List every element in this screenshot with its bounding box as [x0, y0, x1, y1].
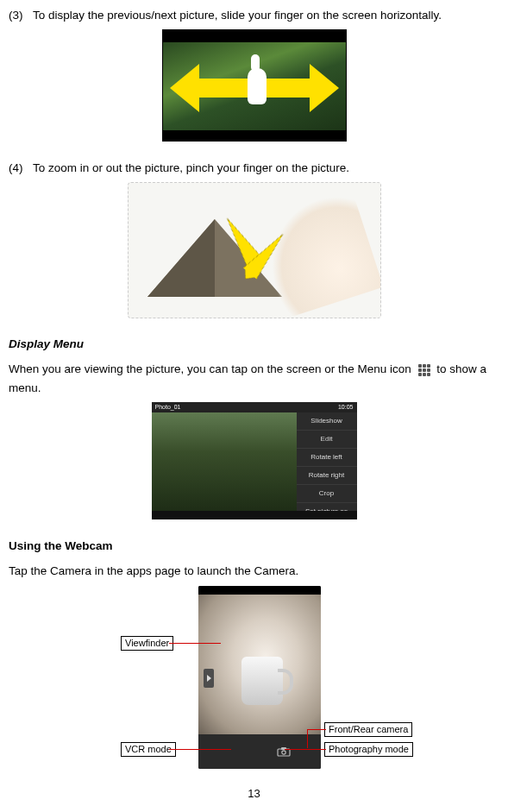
display-menu-text-a: When you are viewing the picture, you ca…: [9, 362, 411, 375]
step-text: To display the previous/next picture, sl…: [33, 7, 499, 24]
popup-menu: Slideshow Edit Rotate left Rotate right …: [297, 412, 357, 511]
instruction-step-3: (3) To display the previous/next picture…: [9, 7, 499, 24]
camera-controls: [198, 734, 321, 769]
menu-item[interactable]: Edit: [297, 431, 357, 449]
svg-point-1: [282, 750, 285, 753]
callout-line: [285, 749, 326, 750]
menu-item[interactable]: Rotate left: [297, 449, 357, 467]
expand-handle-icon[interactable]: [204, 669, 214, 688]
webcam-heading: Using the Webcam: [9, 538, 499, 555]
step-number: (3): [9, 7, 33, 24]
callout-line: [169, 643, 221, 644]
menu-item[interactable]: Rotate right: [297, 467, 357, 485]
photography-mode-icon[interactable]: [273, 741, 294, 762]
topbar-clock: 10:05: [338, 403, 354, 412]
figure-pinch: [9, 182, 499, 324]
menu-icon: [418, 364, 430, 376]
menu-item[interactable]: Slideshow: [297, 412, 357, 431]
display-menu-heading: Display Menu: [9, 336, 499, 353]
figure-display-menu: Photo_01 10:05 Slideshow Edit Rotate lef…: [9, 402, 499, 525]
topbar-title: Photo_01: [155, 403, 181, 412]
callout-viewfinder: Viewfinder: [121, 636, 173, 651]
step-number: (4): [9, 160, 33, 177]
figure-swipe: [9, 29, 499, 147]
camera-viewfinder[interactable]: [198, 595, 321, 734]
callout-vcr-mode: VCR mode: [121, 742, 176, 757]
callout-line: [169, 749, 231, 750]
instruction-step-4: (4) To zoom in or out the picture, pinch…: [9, 160, 499, 177]
page-number: 13: [0, 785, 508, 803]
callout-photo-mode: Photography mode: [324, 742, 413, 757]
figure-camera: Viewfinder VCR mode Front/Rear camera Ph…: [9, 586, 499, 776]
hand-icon: [248, 68, 267, 104]
menu-item[interactable]: Crop: [297, 485, 357, 503]
display-menu-text: When you are viewing the picture, you ca…: [9, 360, 499, 397]
step-text: To zoom in or out the picture, pinch you…: [33, 160, 499, 177]
callout-front-rear: Front/Rear camera: [324, 722, 412, 737]
webcam-text: Tap the Camera in the apps page to launc…: [9, 562, 499, 581]
callout-line: [307, 729, 308, 748]
callout-line: [307, 729, 326, 730]
